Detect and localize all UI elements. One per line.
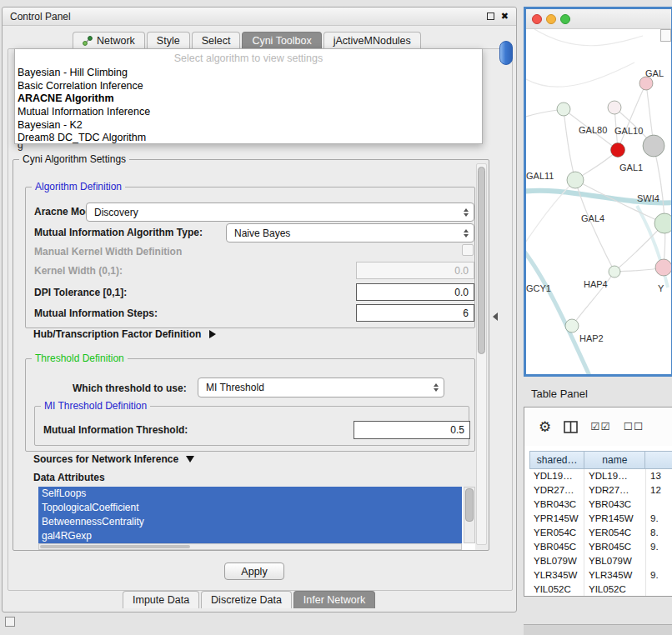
cell: 12 [646, 483, 672, 498]
mi-threshold-field[interactable]: 0.5 [354, 421, 470, 439]
node-label: Y [658, 283, 664, 293]
network-node[interactable] [643, 135, 664, 157]
cell: YBR045C [529, 540, 584, 554]
deselect-all-icon[interactable]: ☐☐ [624, 422, 644, 432]
panel-title: Control Panel [10, 11, 71, 22]
section-label: Hub/Transcription Factor Definition [33, 328, 201, 340]
selected-value: MI Threshold [206, 382, 264, 393]
tab-impute-data[interactable]: Impute Data [123, 591, 199, 608]
which-threshold-select[interactable]: MI Threshold [198, 378, 444, 398]
expanded-arrow-icon [186, 456, 194, 462]
column-header[interactable]: shared… [530, 452, 584, 468]
mi-steps-field[interactable]: 6 [356, 304, 474, 322]
tab-label: Style [157, 35, 180, 47]
cell [646, 582, 672, 597]
apply-button[interactable]: Apply [224, 562, 284, 580]
attribute-item-selected[interactable]: TopologicalCoefficient [38, 501, 462, 515]
node-label: GAL [645, 68, 664, 78]
gear-icon[interactable]: ⚙ [539, 420, 551, 434]
mi-type-select[interactable]: Naive Bayes [226, 223, 474, 242]
minimized-panel-icon[interactable] [5, 617, 15, 627]
network-node[interactable] [565, 319, 579, 332]
tab-discretize-data[interactable]: Discretize Data [201, 591, 292, 608]
network-node[interactable] [655, 259, 671, 276]
mi-threshold-group: MI Threshold Definition Mutual Informati… [34, 406, 469, 446]
split-pane-handle-icon[interactable] [493, 312, 498, 321]
aracne-mode-select[interactable]: Discovery [86, 202, 474, 222]
tab-jactivemodules[interactable]: jActiveMNodules [323, 32, 421, 49]
algorithm-option[interactable]: Bayesian - Hill Climbing [15, 67, 482, 80]
close-icon[interactable]: ✖ [501, 12, 509, 21]
table-row[interactable]: YIL052C YIL052C [529, 582, 672, 597]
minimize-traffic-light-icon[interactable] [546, 14, 556, 24]
attribute-item-selected[interactable]: SelfLoops [38, 487, 462, 501]
cell: YBR043C [529, 498, 584, 512]
control-panel-titlebar[interactable]: Control Panel ✖ [3, 8, 516, 26]
tab-infer-network[interactable]: Infer Network [293, 591, 375, 608]
column-header[interactable]: name [584, 452, 645, 468]
cell: YLR345W [529, 568, 584, 582]
hub-definition-disclosure[interactable]: Hub/Transcription Factor Definition [33, 328, 216, 340]
float-window-icon[interactable] [487, 12, 494, 20]
table-row[interactable]: YER054C YER054C 8. [529, 526, 672, 540]
mi-threshold-label: Mutual Information Threshold: [43, 424, 188, 437]
cell: YBR045C [584, 540, 646, 554]
table-row[interactable]: YBR043C YBR043C [529, 498, 672, 512]
algorithm-option[interactable]: Basic Correlation Inference [15, 80, 482, 93]
bottom-tab-bar: Impute Data Discretize Data Infer Networ… [123, 591, 377, 608]
network-node[interactable] [639, 77, 653, 90]
kernel-width-field[interactable]: 0.0 [356, 262, 474, 279]
attributes-vertical-scrollbar[interactable] [464, 487, 475, 543]
network-node[interactable] [654, 213, 671, 233]
popup-scrollbar-thumb[interactable] [499, 41, 513, 65]
algorithm-definition-group: Algorithm Definition Aracne Mode: Discov… [25, 187, 475, 328]
zoom-traffic-light-icon[interactable] [560, 14, 570, 24]
table-row[interactable]: YLR345W YLR345W 9. [529, 568, 672, 582]
attribute-item-selected[interactable]: gal4RGexp [38, 529, 462, 543]
tab-select[interactable]: Select [192, 32, 241, 49]
network-node[interactable] [567, 172, 584, 188]
network-node[interactable] [608, 101, 621, 114]
node-label: GAL10 [614, 126, 643, 136]
column-header[interactable] [645, 452, 672, 468]
cyni-algorithm-settings-group: Cyni Algorithm Settings Algorithm Defini… [13, 159, 489, 551]
network-window-titlebar[interactable] [526, 9, 671, 29]
cell: YBL079W [584, 554, 646, 568]
network-canvas[interactable]: GAL GAL80 GAL10 GAL11 GAL1 SWI4 GAL4 GCY… [526, 29, 671, 374]
algorithm-option-highlighted[interactable]: ARACNE Algorithm [15, 92, 482, 106]
cell: YIL052C [584, 582, 646, 597]
table-panel-window: ⚙ ☑☑ ☐☐ shared… name YDL19… YDL19… 13 YD… [524, 407, 672, 597]
network-node-selected[interactable] [611, 143, 625, 158]
table-row[interactable]: YBR045C YBR045C 9. [529, 540, 672, 554]
tab-style[interactable]: Style [147, 32, 190, 49]
attribute-item-selected[interactable]: BetweennessCentrality [38, 515, 462, 529]
scrollbar-thumb[interactable] [465, 488, 474, 522]
node-label: GCY1 [526, 283, 551, 293]
table-row[interactable]: YBL079W YBL079W [529, 554, 672, 568]
select-all-icon[interactable]: ☑☑ [590, 422, 610, 432]
scrollbar-thumb[interactable] [478, 167, 485, 354]
tab-network[interactable]: Network [73, 32, 145, 49]
network-node[interactable] [557, 102, 570, 116]
scrollbar-thumb[interactable] [40, 545, 190, 548]
settings-vertical-scrollbar[interactable] [476, 163, 487, 545]
attributes-horizontal-scrollbar[interactable] [38, 543, 462, 550]
table-panel-title: Table Panel [531, 388, 588, 400]
tab-cyni-toolbox[interactable]: Cyni Toolbox [242, 32, 321, 49]
table-header-row: shared… name [529, 451, 672, 469]
manual-kernel-checkbox[interactable] [462, 244, 474, 256]
algorithm-option[interactable]: Dream8 DC_TDC Algorithm [15, 132, 482, 145]
close-traffic-light-icon[interactable] [532, 14, 542, 24]
show-columns-icon[interactable] [564, 421, 578, 433]
algorithm-option[interactable]: Mutual Information Inference [15, 106, 482, 119]
table-row[interactable]: YDR27… YDR27… 12 [529, 483, 672, 498]
stepper-icon [434, 383, 439, 392]
dpi-tolerance-field[interactable]: 0.0 [356, 283, 474, 301]
top-tab-bar: Network Style Select Cyni Toolbox jActiv… [73, 32, 423, 49]
table-row[interactable]: YDL19… YDL19… 13 [529, 469, 672, 483]
algorithm-option[interactable]: Bayesian - K2 [15, 119, 482, 132]
canvas-scrollbar-corner[interactable] [660, 29, 671, 42]
table-row[interactable]: YPR145W YPR145W 9. [529, 512, 672, 526]
sources-disclosure[interactable]: Sources for Network Inference [33, 453, 194, 465]
network-node[interactable] [609, 266, 620, 278]
